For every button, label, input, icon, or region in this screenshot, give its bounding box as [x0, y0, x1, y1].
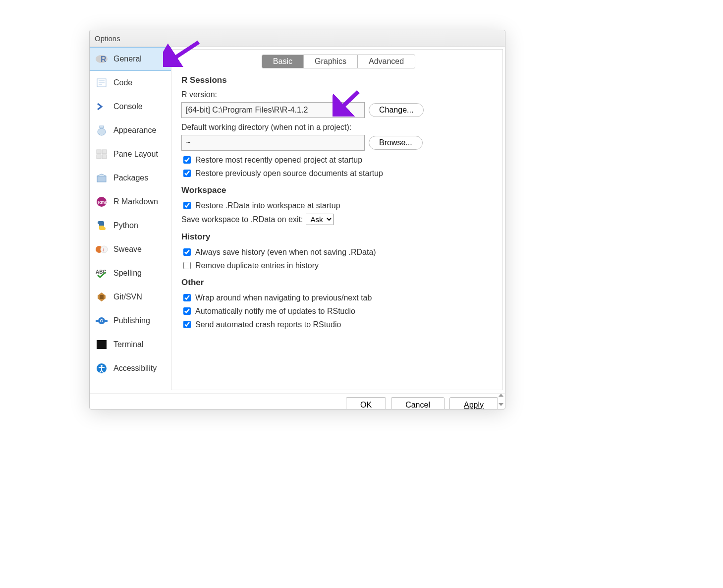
python-icon	[95, 219, 109, 233]
check-notify-updates-box[interactable]	[183, 307, 191, 315]
check-remove-dup-history-box[interactable]	[183, 262, 191, 269]
sidebar-item-publishing[interactable]: Publishing	[90, 309, 171, 333]
svg-text:↓: ↓	[102, 247, 105, 252]
svg-rect-9	[102, 150, 107, 154]
check-restore-project-box[interactable]	[183, 156, 191, 164]
spelling-icon: ABC	[95, 266, 109, 280]
check-restore-rdata-box[interactable]	[183, 202, 191, 209]
accessibility-icon	[95, 361, 109, 375]
sidebar-item-label: Console	[113, 102, 143, 111]
sidebar-item-spelling[interactable]: ABC Spelling	[90, 261, 171, 285]
sidebar-item-accessibility[interactable]: Accessibility	[90, 356, 171, 380]
sidebar-item-terminal[interactable]: Terminal	[90, 333, 171, 356]
check-notify-updates[interactable]: Automatically notify me of updates to RS…	[181, 306, 496, 316]
sidebar-item-general[interactable]: R General	[90, 47, 171, 71]
change-button[interactable]: Change...	[369, 103, 424, 117]
sidebar: R General Code Console Appeara	[90, 47, 171, 390]
terminal-icon	[95, 338, 109, 352]
svg-point-6	[98, 128, 106, 135]
check-crash-reports[interactable]: Send automated crash reports to RStudio	[181, 319, 496, 330]
sidebar-item-pane-layout[interactable]: Pane Layout	[90, 142, 171, 166]
check-restore-source-box[interactable]	[183, 170, 191, 177]
label-save-workspace: Save workspace to .RData on exit:	[181, 215, 303, 224]
sweave-icon: ↓	[95, 242, 109, 256]
check-restore-source[interactable]: Restore previously open source documents…	[181, 168, 496, 178]
svg-point-24	[101, 365, 103, 367]
check-crash-reports-box[interactable]	[183, 321, 191, 328]
browse-button[interactable]: Browse...	[369, 136, 423, 150]
sidebar-item-git-svn[interactable]: Git/SVN	[90, 285, 171, 309]
sidebar-item-label: Packages	[113, 174, 148, 182]
section-history: History	[181, 232, 496, 242]
scroll-up-icon	[499, 394, 503, 397]
svg-rect-12	[97, 176, 106, 182]
sidebar-item-label: Terminal	[113, 340, 143, 349]
cancel-button[interactable]: Cancel	[391, 397, 445, 410]
sidebar-item-label: Code	[113, 78, 132, 87]
rmarkdown-icon: Rmd	[95, 195, 109, 209]
scrollbar[interactable]	[498, 390, 504, 409]
sidebar-item-label: Appearance	[113, 126, 156, 135]
check-always-save-history[interactable]: Always save history (even when not savin…	[181, 247, 496, 257]
r-version-field[interactable]: [64-bit] C:\Program Files\R\R-4.1.2	[181, 102, 365, 118]
sidebar-item-label: Accessibility	[113, 364, 157, 373]
sidebar-item-appearance[interactable]: Appearance	[90, 118, 171, 142]
tab-advanced[interactable]: Advanced	[357, 55, 415, 68]
pane-layout-icon	[95, 147, 109, 161]
code-icon	[95, 76, 109, 90]
packages-icon	[95, 171, 109, 185]
label-default-wd: Default working directory (when not in a…	[181, 123, 496, 132]
svg-rect-8	[97, 150, 101, 154]
svg-text:Rmd: Rmd	[98, 200, 107, 205]
svg-rect-7	[100, 126, 104, 128]
section-r-sessions: R Sessions	[181, 75, 496, 85]
sidebar-item-console[interactable]: Console	[90, 95, 171, 118]
sidebar-item-packages[interactable]: Packages	[90, 166, 171, 190]
sidebar-item-label: Spelling	[113, 269, 142, 278]
svg-rect-10	[97, 155, 101, 159]
tab-bar: Basic Graphics Advanced	[181, 55, 496, 68]
sidebar-item-r-markdown[interactable]: Rmd R Markdown	[90, 190, 171, 214]
ok-button[interactable]: OK	[346, 397, 386, 410]
svg-rect-19	[100, 295, 104, 299]
sidebar-item-label: Pane Layout	[113, 150, 158, 159]
scroll-down-icon	[499, 403, 503, 406]
console-icon	[95, 100, 109, 114]
git-svn-icon	[95, 290, 109, 304]
check-always-save-history-box[interactable]	[183, 248, 191, 256]
check-remove-dup-history[interactable]: Remove duplicate entries in history	[181, 260, 496, 271]
check-restore-rdata[interactable]: Restore .RData into workspace at startup	[181, 200, 496, 211]
sidebar-item-python[interactable]: Python	[90, 214, 171, 237]
options-dialog: Options R General Code Console	[89, 30, 505, 410]
sidebar-item-label: General	[113, 55, 142, 63]
svg-rect-22	[97, 340, 107, 349]
appearance-icon	[95, 123, 109, 137]
tab-graphics[interactable]: Graphics	[303, 55, 357, 68]
r-logo-icon: R	[95, 52, 109, 66]
save-workspace-select[interactable]: Ask	[306, 214, 334, 225]
sidebar-item-label: Sweave	[113, 245, 142, 254]
default-wd-field[interactable]: ~	[181, 135, 365, 151]
svg-rect-11	[102, 155, 107, 159]
tab-basic[interactable]: Basic	[262, 55, 303, 68]
sidebar-item-label: Python	[113, 221, 138, 230]
window-title-text: Options	[95, 34, 120, 43]
sidebar-item-label: Publishing	[113, 316, 150, 325]
section-other: Other	[181, 278, 496, 288]
label-r-version: R version:	[181, 90, 496, 99]
check-restore-project[interactable]: Restore most recently opened project at …	[181, 155, 496, 165]
footer: OK Cancel Apply	[90, 390, 505, 409]
check-wrap-tab-box[interactable]	[183, 294, 191, 301]
publishing-icon	[95, 314, 109, 328]
svg-point-21	[101, 320, 103, 322]
window-title: Options	[90, 30, 505, 47]
sidebar-item-label: R Markdown	[113, 197, 158, 206]
content-panel: Basic Graphics Advanced R Sessions R ver…	[171, 49, 503, 390]
section-workspace: Workspace	[181, 185, 496, 195]
check-wrap-tab[interactable]: Wrap around when navigating to previous/…	[181, 293, 496, 303]
sidebar-item-sweave[interactable]: ↓ Sweave	[90, 237, 171, 261]
svg-text:R: R	[101, 55, 107, 63]
sidebar-item-code[interactable]: Code	[90, 71, 171, 95]
sidebar-item-label: Git/SVN	[113, 293, 142, 301]
apply-button[interactable]: Apply	[449, 397, 498, 410]
